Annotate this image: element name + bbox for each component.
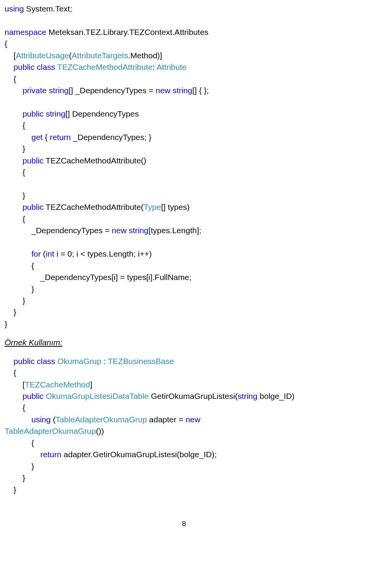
kw-private: private bbox=[5, 86, 47, 95]
brace: } bbox=[5, 308, 16, 316]
type-tableadapter: TableAdapterOkumaGrup bbox=[5, 427, 96, 435]
type-attributetargets: AttributeTargets bbox=[72, 51, 128, 60]
text: i = 0; i < types.Length; i++) bbox=[54, 249, 152, 258]
text: _DependencyTypes[i] = types[i].FullName; bbox=[5, 273, 191, 282]
kw-for: for bbox=[5, 249, 41, 258]
brace: { bbox=[5, 214, 25, 223]
brace: { bbox=[5, 39, 7, 48]
type-attribute: Attribute bbox=[157, 63, 187, 71]
kw-string: string bbox=[44, 109, 66, 118]
text: System.Text; bbox=[24, 4, 72, 13]
page-number: 8 bbox=[5, 519, 363, 529]
text: ] bbox=[90, 380, 92, 389]
text: ( bbox=[51, 415, 56, 424]
brace: } bbox=[5, 285, 34, 293]
brace: { bbox=[5, 261, 34, 270]
type-okumagrup: OkumaGrup bbox=[55, 357, 101, 366]
brace: } bbox=[5, 296, 25, 305]
page: using System.Text; namespace Meteksan.TE… bbox=[0, 0, 368, 544]
kw-namespace: namespace bbox=[5, 28, 46, 36]
text: GetirOkumaGrupListesi( bbox=[149, 392, 238, 400]
brace: { bbox=[5, 438, 34, 447]
text: Meteksan.TEZ.Library.TEZContext.Attribut… bbox=[46, 28, 209, 36]
text: bolge_ID) bbox=[257, 392, 294, 400]
text: [ bbox=[5, 380, 25, 389]
text: .Method)] bbox=[128, 51, 162, 60]
text: : bbox=[101, 357, 108, 366]
text: _DependencyTypes = bbox=[5, 226, 112, 235]
text: _DependencyTypes; } bbox=[71, 133, 151, 142]
text: [ bbox=[5, 51, 16, 60]
kw-public: public bbox=[5, 109, 44, 118]
kw-new: new bbox=[156, 86, 171, 95]
brace: { bbox=[5, 168, 25, 176]
brace: { bbox=[5, 121, 25, 130]
type-tezbusinessbase: TEZBusinessBase bbox=[108, 357, 174, 366]
text: ()) bbox=[96, 427, 104, 435]
brace: { bbox=[5, 74, 16, 83]
kw-string: string bbox=[127, 226, 148, 235]
brace: } bbox=[5, 144, 25, 153]
text: [] { }; bbox=[192, 86, 209, 95]
kw-public: public bbox=[5, 63, 34, 71]
kw-public: public bbox=[5, 357, 34, 366]
text: : bbox=[153, 63, 157, 71]
example-heading: Örnek Kullanım: bbox=[5, 337, 363, 348]
brace: { bbox=[5, 403, 25, 412]
text: adapter.GetirOkumaGrupListesi(bolge_ID); bbox=[61, 450, 217, 459]
brace: } bbox=[5, 320, 7, 328]
type-tableadapter: TableAdapterOkumaGrup bbox=[56, 415, 147, 424]
type-type: Type bbox=[144, 203, 161, 211]
kw-get: get bbox=[5, 133, 43, 142]
code-block-example: public class OkumaGrup : TEZBusinessBase… bbox=[5, 356, 363, 496]
kw-class: class bbox=[34, 63, 55, 71]
text: TEZCacheMethodAttribute( bbox=[44, 203, 144, 211]
kw-new: new bbox=[112, 226, 127, 235]
text: ( bbox=[41, 249, 46, 258]
text: [] types) bbox=[161, 203, 190, 211]
kw-using: using bbox=[5, 415, 51, 424]
brace: } bbox=[5, 191, 25, 200]
type-datatable: OkumaGrupListesiDataTable bbox=[44, 392, 149, 400]
kw-public: public bbox=[5, 392, 44, 400]
text: [types.Length]; bbox=[148, 226, 201, 235]
kw-public: public bbox=[5, 203, 44, 211]
kw-class: class bbox=[34, 357, 55, 366]
type-tezcachemethodattribute: TEZCacheMethodAttribute bbox=[55, 63, 153, 71]
text: [] DependencyTypes bbox=[66, 109, 139, 118]
kw-return: return bbox=[5, 450, 61, 459]
text: TEZCacheMethodAttribute() bbox=[44, 156, 146, 165]
kw-public: public bbox=[5, 156, 44, 165]
brace: } bbox=[5, 462, 34, 471]
brace: } bbox=[5, 485, 16, 494]
type-tezcachemethod: TEZCacheMethod bbox=[25, 380, 90, 389]
kw-string: string bbox=[171, 86, 192, 95]
text: [] _DependencyTypes = bbox=[69, 86, 156, 95]
brace: } bbox=[5, 473, 25, 482]
text: adapter = bbox=[147, 415, 186, 424]
kw-int: int bbox=[46, 249, 54, 258]
code-block-main: using System.Text; namespace Meteksan.TE… bbox=[5, 3, 363, 330]
brace: { bbox=[5, 368, 16, 377]
kw-return: return bbox=[50, 133, 71, 142]
kw-string: string bbox=[238, 392, 257, 400]
text: { bbox=[43, 133, 50, 142]
kw-using: using bbox=[5, 4, 24, 13]
kw-new: new bbox=[186, 415, 200, 424]
type-attributeusage: AttributeUsage bbox=[16, 51, 69, 60]
kw-string: string bbox=[47, 86, 69, 95]
